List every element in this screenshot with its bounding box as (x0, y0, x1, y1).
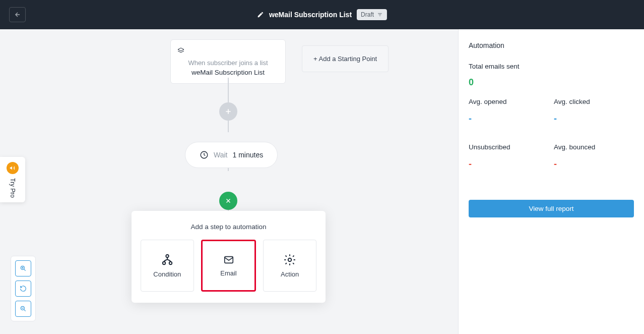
svg-point-2 (169, 262, 172, 264)
try-pro-label: Try Pro (9, 178, 16, 198)
stat-value: - (554, 159, 634, 170)
sidebar-heading: Automation (469, 41, 634, 49)
stats-sidebar: Automation Total emails sent 0 Avg. open… (458, 29, 644, 334)
close-step-panel-button[interactable] (219, 192, 237, 210)
topbar: weMail Subscription List Draft (0, 0, 644, 29)
trigger-node[interactable]: When subscriber joins a list weMail Subs… (170, 39, 286, 84)
svg-point-5 (288, 258, 292, 262)
step-option-label: Condition (153, 270, 181, 278)
zoom-out-button[interactable] (15, 301, 31, 317)
refresh-icon (20, 285, 27, 292)
stat-unsubscribed: Unsubscribed - (469, 143, 549, 170)
zoom-reset-button[interactable] (15, 281, 31, 297)
step-option-label: Action (281, 270, 299, 278)
step-option-label: Email (220, 269, 237, 277)
stat-label: Avg. opened (469, 98, 549, 105)
close-icon (225, 197, 232, 204)
view-report-button[interactable]: View full report (469, 200, 634, 217)
stat-label: Avg. clicked (554, 98, 634, 105)
zoom-in-button[interactable] (15, 260, 31, 276)
stat-avg-opened: Avg. opened - (469, 98, 549, 124)
step-option-condition[interactable]: Condition (141, 240, 194, 292)
email-icon (222, 254, 235, 265)
back-button[interactable] (9, 7, 26, 22)
gear-icon (283, 253, 296, 266)
zoom-out-icon (20, 305, 27, 312)
add-step-button[interactable] (219, 102, 237, 121)
pencil-icon[interactable] (257, 11, 264, 18)
trigger-list-name: weMail Subscription List (176, 69, 280, 76)
filter-icon (377, 12, 383, 17)
stat-avg-bounced: Avg. bounced - (554, 143, 634, 170)
wait-label: Wait (214, 151, 227, 159)
svg-point-3 (166, 255, 168, 257)
stat-value: - (469, 114, 549, 124)
wait-node[interactable]: Wait 1 minutes (185, 142, 278, 168)
stat-label: Unsubscribed (469, 143, 549, 151)
stat-label: Avg. bounced (554, 143, 634, 151)
add-starting-point-button[interactable]: + Add a Starting Point (302, 45, 389, 72)
step-option-action[interactable]: Action (263, 240, 316, 292)
step-panel-title: Add a step to automation (141, 223, 316, 231)
try-pro-tab[interactable]: Try Pro (0, 157, 25, 202)
stat-value: - (554, 114, 634, 124)
svg-point-1 (163, 262, 165, 264)
total-emails-value: 0 (469, 77, 634, 88)
branch-icon (161, 253, 174, 266)
layers-icon (176, 47, 186, 55)
total-emails-label: Total emails sent (469, 63, 634, 70)
clock-icon (200, 150, 209, 159)
zoom-in-icon (20, 265, 27, 272)
step-option-email[interactable]: Email (201, 240, 256, 292)
status-badge-text: Draft (361, 11, 374, 18)
automation-title[interactable]: weMail Subscription List (269, 11, 352, 19)
topbar-title-group: weMail Subscription List Draft (257, 9, 387, 20)
stat-avg-clicked: Avg. clicked - (554, 98, 634, 124)
megaphone-icon (7, 162, 19, 174)
zoom-controls (11, 256, 36, 321)
add-step-panel: Add a step to automation Condition Email… (132, 211, 326, 303)
automation-canvas[interactable]: When subscriber joins a list weMail Subs… (0, 29, 458, 334)
stat-value: - (469, 159, 549, 170)
status-badge[interactable]: Draft (357, 9, 387, 20)
trigger-subtitle: When subscriber joins a list (176, 59, 280, 67)
wait-duration: 1 minutes (232, 151, 263, 159)
plus-icon (224, 107, 232, 116)
arrow-left-icon (14, 11, 21, 18)
